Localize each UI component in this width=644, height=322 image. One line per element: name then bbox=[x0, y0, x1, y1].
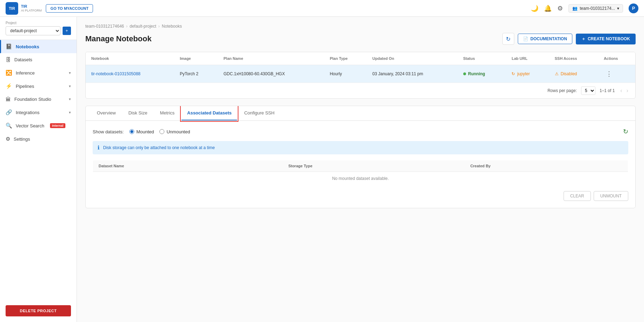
breadcrumb-team[interactable]: team-010312174646 bbox=[85, 24, 124, 29]
breadcrumb-current: Notebooks bbox=[162, 24, 182, 29]
table-footer: Rows per page: 5 1–1 of 1 ‹ › bbox=[86, 83, 635, 98]
create-notebook-button[interactable]: ＋ CREATE NOTEBOOK bbox=[576, 34, 636, 44]
refresh-button[interactable]: ↻ bbox=[502, 33, 514, 45]
col-notebook: Notebook bbox=[86, 52, 174, 65]
sidebar-label-foundation-studio: Foundation Studio bbox=[14, 97, 51, 102]
delete-project-button[interactable]: DELETE PROJECT bbox=[6, 305, 71, 316]
jupyter-label: jupyter bbox=[517, 71, 530, 76]
unmounted-label: Unmounted bbox=[166, 129, 190, 134]
pagination-info: 1–1 of 1 bbox=[600, 88, 615, 93]
team-selector[interactable]: 👥 team-010312174... ▾ bbox=[568, 4, 623, 13]
next-page-button[interactable]: › bbox=[625, 87, 630, 94]
mounted-radio[interactable] bbox=[129, 129, 134, 134]
logo-icon: TIR bbox=[6, 2, 18, 15]
inference-icon: 🔀 bbox=[6, 70, 12, 76]
foundation-studio-icon: 🏛 bbox=[6, 96, 11, 102]
mounted-label: Mounted bbox=[136, 129, 154, 134]
notifications-icon[interactable]: 🔔 bbox=[544, 5, 552, 12]
col-created-by: Created By bbox=[465, 160, 628, 172]
notebook-table-card: Notebook Image Plan Name Plan Type Updat… bbox=[85, 52, 636, 99]
col-ssh-access: SSH Access bbox=[549, 52, 598, 65]
row-actions-button[interactable]: ⋮ bbox=[604, 69, 614, 78]
sidebar-label-notebooks: Notebooks bbox=[16, 44, 39, 49]
associated-datasets-content: Show datasets: Mounted Unmounted ↻ bbox=[86, 121, 635, 208]
sidebar-item-inference[interactable]: 🔀 Inference ▾ bbox=[0, 66, 77, 79]
datasets-icon: 🗄 bbox=[6, 57, 11, 63]
info-message: Disk storage can only be attached to one… bbox=[103, 145, 215, 150]
sidebar-item-settings[interactable]: ⚙ Settings bbox=[0, 132, 77, 146]
rows-per-page-select[interactable]: 5 bbox=[581, 86, 595, 95]
col-actions: Actions bbox=[598, 52, 635, 65]
col-status: Status bbox=[458, 52, 506, 65]
logo-text: TIR bbox=[9, 6, 15, 10]
user-avatar[interactable]: P bbox=[629, 4, 638, 13]
team-name: team-010312174... bbox=[580, 6, 615, 11]
refresh-datasets-icon: ↻ bbox=[623, 128, 628, 135]
go-myaccount-button[interactable]: GO TO MYACCOUNT bbox=[46, 4, 93, 13]
unmounted-radio[interactable] bbox=[159, 129, 164, 134]
warning-icon: ⚠ bbox=[555, 71, 559, 76]
sidebar-item-pipelines[interactable]: ⚡ Pipelines ▾ bbox=[0, 79, 77, 93]
rows-per-page-label: Rows per page: bbox=[548, 88, 577, 93]
content-area: team-010312174646 › default-project › No… bbox=[77, 17, 644, 322]
tab-metrics[interactable]: Metrics bbox=[154, 106, 180, 120]
refresh-datasets-button[interactable]: ↻ bbox=[623, 128, 628, 135]
col-image: Image bbox=[174, 52, 218, 65]
cell-image: PyTorch 2 bbox=[174, 65, 218, 83]
settings-icon[interactable]: ⚙ bbox=[557, 5, 563, 12]
info-banner: ℹ Disk storage can only be attached to o… bbox=[93, 141, 628, 154]
bottom-actions: CLEAR UNMOUNT bbox=[93, 191, 628, 201]
empty-row: No mounted dataset available. bbox=[93, 172, 628, 186]
pipelines-icon: ⚡ bbox=[6, 83, 12, 89]
status-text: Running bbox=[468, 71, 485, 76]
plus-icon: ＋ bbox=[581, 36, 586, 42]
documentation-button[interactable]: 📄 DOCUMENTATION bbox=[518, 34, 572, 44]
prev-page-button[interactable]: ‹ bbox=[619, 87, 623, 94]
breadcrumb-project[interactable]: default-project bbox=[130, 24, 156, 29]
col-plan-name: Plan Name bbox=[218, 52, 324, 65]
notebook-link[interactable]: tir-notebook-01031505088 bbox=[91, 71, 141, 76]
clear-button[interactable]: CLEAR bbox=[564, 191, 591, 201]
col-plan-type: Plan Type bbox=[324, 52, 367, 65]
datasets-table: Dataset Name Storage Type Created By No … bbox=[93, 160, 628, 186]
top-header: TIR TIR AI PLATFORM GO TO MYACCOUNT 🌙 🔔 … bbox=[0, 0, 644, 17]
tab-disk-size[interactable]: Disk Size bbox=[123, 106, 153, 120]
info-icon: ℹ bbox=[98, 145, 100, 151]
project-new-icon[interactable]: + bbox=[63, 27, 71, 35]
unmount-button[interactable]: UNMOUNT bbox=[594, 191, 628, 201]
breadcrumb: team-010312174646 › default-project › No… bbox=[85, 24, 636, 29]
sidebar-item-vector-search[interactable]: 🔍 Vector Search Internal bbox=[0, 119, 77, 132]
inference-chevron-icon: ▾ bbox=[69, 71, 71, 75]
ssh-status-text: Disabled bbox=[561, 71, 577, 76]
tab-overview[interactable]: Overview bbox=[91, 106, 121, 120]
lab-url-cell[interactable]: ↻ jupyter bbox=[511, 71, 543, 76]
sidebar-item-integrations[interactable]: 🔗 Integrations ▾ bbox=[0, 106, 77, 119]
page-title: Manage Notebook bbox=[85, 34, 151, 43]
project-select[interactable]: default-project bbox=[6, 26, 60, 35]
vector-search-icon: 🔍 bbox=[6, 122, 12, 129]
doc-icon: 📄 bbox=[523, 36, 528, 41]
unmounted-radio-option[interactable]: Unmounted bbox=[159, 129, 190, 134]
project-label: Project bbox=[6, 21, 71, 25]
sidebar-label-datasets: Datasets bbox=[14, 57, 32, 62]
integrations-icon: 🔗 bbox=[6, 109, 12, 115]
ssh-access-cell: ⚠ Disabled bbox=[555, 71, 593, 76]
sidebar-label-inference: Inference bbox=[16, 70, 35, 76]
cell-plan-name: GDC.1xH10080-60.430GB_HGX bbox=[218, 65, 324, 83]
foundation-studio-chevron-icon: ▾ bbox=[69, 97, 71, 102]
sidebar-item-notebooks[interactable]: 📓 Notebooks bbox=[0, 40, 77, 53]
sidebar-label-settings: Settings bbox=[14, 136, 30, 142]
header-right: 🌙 🔔 ⚙ 👥 team-010312174... ▾ P bbox=[531, 4, 638, 13]
sidebar-item-foundation-studio[interactable]: 🏛 Foundation Studio ▾ bbox=[0, 93, 77, 106]
tab-configure-ssh[interactable]: Configure SSH bbox=[238, 106, 280, 120]
sidebar-label-pipelines: Pipelines bbox=[16, 84, 34, 89]
tab-associated-datasets[interactable]: Associated Datasets bbox=[181, 106, 237, 120]
page-title-row: Manage Notebook ↻ 📄 DOCUMENTATION ＋ CREA… bbox=[85, 33, 636, 45]
jupyter-spinning-icon: ↻ bbox=[511, 71, 515, 76]
sidebar-item-datasets[interactable]: 🗄 Datasets bbox=[0, 53, 77, 66]
documentation-label: DOCUMENTATION bbox=[530, 36, 567, 41]
cell-updated-on: 03 January, 2024 03:11 pm bbox=[367, 65, 458, 83]
dark-mode-icon[interactable]: 🌙 bbox=[531, 5, 538, 12]
mounted-radio-option[interactable]: Mounted bbox=[129, 129, 154, 134]
create-notebook-label: CREATE NOTEBOOK bbox=[588, 36, 630, 41]
